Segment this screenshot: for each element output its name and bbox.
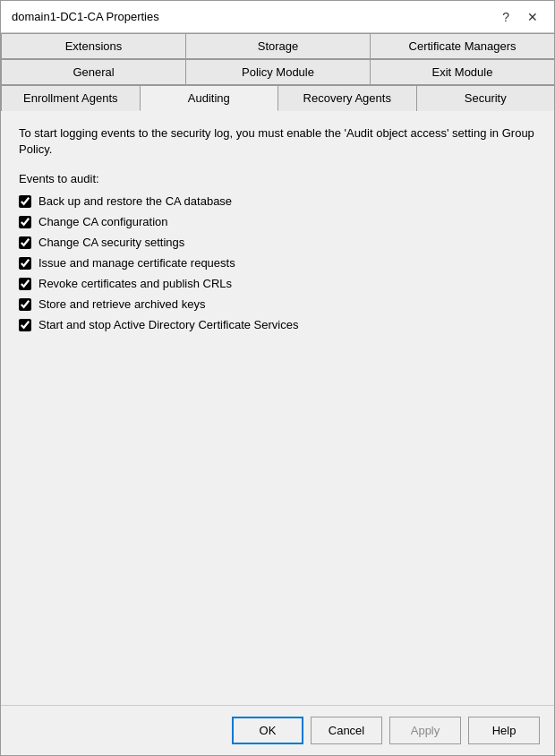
close-button[interactable]: ✕ [522,8,543,26]
info-text: To start logging events to the security … [19,125,536,158]
checkbox-item-4: Revoke certificates and publish CRLs [19,277,536,290]
button-bar: OK Cancel Apply Help [1,705,554,755]
tab-general[interactable]: General [1,59,186,84]
title-bar: domain1-DC1-CA Properties ? ✕ [1,1,554,33]
tab-extensions[interactable]: Extensions [1,33,186,58]
checkbox-item-6: Start and stop Active Directory Certific… [19,318,536,331]
checkbox-change-config-label: Change CA configuration [38,215,168,228]
tab-row-1: Extensions Storage Certificate Managers [1,33,554,59]
checkbox-issue-manage-label: Issue and manage certificate requests [38,256,235,270]
checkbox-security-settings[interactable] [19,236,31,249]
checkbox-backup-label: Back up and restore the CA database [38,194,232,208]
checkbox-item-3: Issue and manage certificate requests [19,256,536,270]
dialog-window: domain1-DC1-CA Properties ? ✕ Extensions… [0,0,555,756]
checkbox-store-retrieve[interactable] [19,298,31,311]
dialog-title: domain1-DC1-CA Properties [12,10,159,23]
title-controls: ? ✕ [497,8,543,26]
checkbox-store-retrieve-label: Store and retrieve archived keys [38,297,205,311]
help-button[interactable]: ? [497,8,515,26]
tab-enrollment-agents[interactable]: Enrollment Agents [1,85,141,111]
help-bottom-button[interactable]: Help [468,717,540,744]
content-area: To start logging events to the security … [1,111,554,705]
checkbox-item-5: Store and retrieve archived keys [19,297,536,311]
checkbox-change-config[interactable] [19,216,31,228]
events-label: Events to audit: [19,172,536,185]
apply-button[interactable]: Apply [389,717,461,744]
tab-certificate-managers[interactable]: Certificate Managers [370,33,555,58]
checkbox-revoke[interactable] [19,278,31,290]
tab-recovery-agents[interactable]: Recovery Agents [278,85,417,111]
checkbox-item-2: Change CA security settings [19,236,536,249]
tab-security[interactable]: Security [416,85,556,111]
checkbox-security-settings-label: Change CA security settings [38,236,184,249]
checkbox-start-stop[interactable] [19,319,31,331]
checkbox-item-0: Back up and restore the CA database [19,194,536,208]
tab-policy-module[interactable]: Policy Module [185,59,371,84]
tab-exit-module[interactable]: Exit Module [370,59,555,84]
ok-button[interactable]: OK [232,717,303,744]
checkbox-item-1: Change CA configuration [19,215,536,228]
checkbox-backup[interactable] [19,195,31,208]
checkbox-start-stop-label: Start and stop Active Directory Certific… [38,318,298,331]
tab-auditing[interactable]: Auditing [140,85,279,111]
tab-row-3: Enrollment Agents Auditing Recovery Agen… [1,85,554,111]
tab-row-2: General Policy Module Exit Module [1,59,554,85]
tabs-container: Extensions Storage Certificate Managers … [1,33,554,111]
cancel-button[interactable]: Cancel [311,717,382,744]
tab-storage[interactable]: Storage [185,33,371,58]
checkbox-revoke-label: Revoke certificates and publish CRLs [38,277,232,290]
checkbox-issue-manage[interactable] [19,257,31,270]
